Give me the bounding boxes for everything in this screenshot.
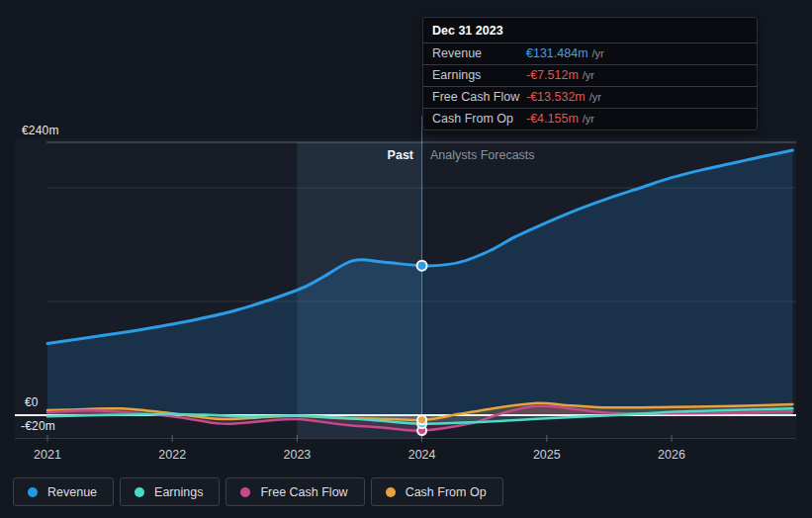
legend-item-free-cash-flow[interactable]: Free Cash Flow xyxy=(226,477,364,506)
legend-item-label: Revenue xyxy=(47,485,97,499)
tooltip-label: Free Cash Flow xyxy=(432,90,526,104)
tooltip-value: -€4.155m xyxy=(526,112,579,126)
tooltip-unit: /yr xyxy=(592,47,604,59)
x-axis-year-label: 2026 xyxy=(642,448,701,462)
tooltip-unit: /yr xyxy=(583,69,594,81)
tooltip-value: €131.484m xyxy=(526,46,588,60)
legend-item-label: Free Cash Flow xyxy=(260,485,347,499)
x-axis-year-label: 2021 xyxy=(18,448,77,462)
legend-item-cash-from-op[interactable]: Cash From Op xyxy=(371,477,503,506)
y-axis-label-240m: €240m xyxy=(22,124,59,137)
x-axis-year-label: 2023 xyxy=(267,448,326,462)
tooltip-row: Earnings-€7.512m/yr xyxy=(423,64,757,86)
x-axis-year-label: 2024 xyxy=(393,448,452,462)
tooltip-value: -€7.512m xyxy=(526,68,579,82)
past-label: Past xyxy=(336,147,413,163)
analysts-forecasts-label: Analysts Forecasts xyxy=(430,147,535,163)
tooltip-title: Dec 31 2023 xyxy=(423,18,757,43)
legend-item-revenue[interactable]: Revenue xyxy=(13,477,114,506)
y-axis-label-minus20m: -€20m xyxy=(21,419,55,433)
tooltip-label: Earnings xyxy=(432,68,526,82)
legend-item-label: Earnings xyxy=(154,485,203,499)
tooltip-row: Free Cash Flow-€13.532m/yr xyxy=(423,86,757,108)
tooltip-row: Cash From Op-€4.155m/yr xyxy=(423,108,757,130)
tooltip-row: Revenue€131.484m/yr xyxy=(423,43,757,64)
tooltip-label: Cash From Op xyxy=(432,112,526,126)
x-axis-year-label: 2022 xyxy=(142,448,202,462)
tooltip-value: -€13.532m xyxy=(526,90,586,104)
legend-dot-icon xyxy=(386,487,396,497)
growth-chart-panel: €240m €0 -€20m Past Analysts Forecasts 2… xyxy=(0,0,812,518)
tooltip-unit: /yr xyxy=(583,113,594,125)
legend: RevenueEarningsFree Cash FlowCash From O… xyxy=(13,477,503,506)
legend-item-earnings[interactable]: Earnings xyxy=(120,477,220,506)
marker-revenue xyxy=(417,261,427,271)
tooltip: Dec 31 2023 Revenue€131.484m/yrEarnings-… xyxy=(422,17,758,130)
tooltip-unit: /yr xyxy=(589,91,601,103)
legend-dot-icon xyxy=(240,487,250,497)
legend-item-label: Cash From Op xyxy=(406,485,487,499)
y-axis-label-0: €0 xyxy=(25,395,39,409)
tooltip-label: Revenue xyxy=(432,46,526,60)
x-axis-year-label: 2025 xyxy=(517,448,577,462)
marker-cash-from-op xyxy=(417,415,426,424)
legend-dot-icon xyxy=(28,487,38,497)
legend-dot-icon xyxy=(135,487,144,497)
